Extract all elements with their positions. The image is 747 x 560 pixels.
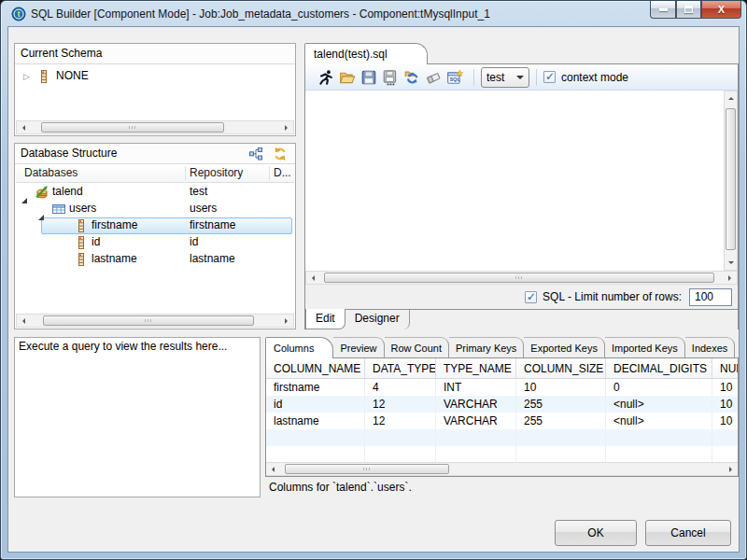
column-header-d[interactable]: D... <box>274 166 291 179</box>
table-header-cell[interactable]: COLUMN_SIZE <box>516 358 606 378</box>
tree-item-repository: id <box>190 235 198 248</box>
tab-columns[interactable]: Columns <box>265 337 333 358</box>
refresh-icon <box>273 147 288 161</box>
clear-query-button[interactable] <box>424 68 443 87</box>
limit-row: SQL - Limit number of rows: <box>305 285 738 309</box>
window-title: SQL Builder [Component Mode] - Job:Job_m… <box>31 7 490 21</box>
tab-indexes[interactable]: Indexes <box>685 337 736 358</box>
table-cell: <null> <box>606 396 712 413</box>
details-hscrollbar[interactable] <box>266 462 738 476</box>
chevron-down-icon <box>516 76 524 83</box>
sql-text-area[interactable] <box>305 91 738 271</box>
table-cell: 10 <box>712 396 739 413</box>
context-mode-label: context mode <box>561 71 628 84</box>
scroll-right-icon[interactable] <box>724 463 738 475</box>
tree-item-label: NONE <box>56 69 89 82</box>
scroll-left-icon[interactable] <box>17 121 31 133</box>
new-sql-editor-button[interactable]: SQL <box>445 68 464 87</box>
table-cell: 10 <box>712 413 739 429</box>
table-cell: 255 <box>516 396 606 413</box>
query-combo[interactable]: test <box>481 67 529 88</box>
editor-hscrollbar[interactable] <box>305 271 738 285</box>
cancel-button[interactable]: Cancel <box>645 520 731 546</box>
results-placeholder: Execute a query to view the results here… <box>15 338 260 355</box>
tab-edit[interactable]: Edit <box>305 309 345 329</box>
tree-row-id[interactable]: idid <box>16 234 294 251</box>
scroll-right-icon[interactable] <box>279 121 293 133</box>
synchronize-button[interactable] <box>402 68 421 87</box>
tab-sql-editor[interactable]: talend(test).sql <box>304 43 428 64</box>
table-cell <box>365 446 436 463</box>
close-button[interactable]: X <box>701 1 741 19</box>
open-icon <box>339 69 356 86</box>
tab-designer[interactable]: Designer <box>345 310 410 329</box>
scroll-left-icon[interactable] <box>306 272 320 284</box>
refresh-button[interactable] <box>273 147 288 161</box>
sql-limit-label: SQL - Limit number of rows: <box>543 290 682 303</box>
tab-primary-keys[interactable]: Primary Keys <box>449 337 524 358</box>
editor-vscrollbar[interactable] <box>724 91 738 271</box>
table-header-cell[interactable]: COLUMN_NAME <box>266 358 365 378</box>
tree-item-repository: users <box>190 202 217 215</box>
talend-logo-icon: t <box>11 7 26 21</box>
tree-row-firstname[interactable]: firstnamefirstname <box>16 217 294 234</box>
table-header-cell[interactable]: DECIMAL_DIGITS <box>606 358 712 378</box>
tab-row-count[interactable]: Row Count <box>385 337 449 358</box>
table-cell: firstname <box>266 379 365 396</box>
tree-row-lastname[interactable]: lastnamelastname <box>16 251 294 268</box>
table-cell: 12 <box>365 413 436 429</box>
table-row[interactable] <box>266 446 738 463</box>
minimize-icon <box>659 8 668 11</box>
table-header-cell[interactable]: DATA_TYPE <box>365 358 436 378</box>
save-as-button[interactable] <box>381 68 400 87</box>
current-schema-hscrollbar[interactable] <box>16 120 294 134</box>
table-cell: 0 <box>606 379 712 396</box>
open-button[interactable] <box>338 68 357 87</box>
save-button[interactable] <box>359 68 378 87</box>
scroll-right-icon[interactable] <box>279 315 293 327</box>
scroll-left-icon[interactable] <box>17 315 31 327</box>
database-structure-title: Database Structure <box>21 147 117 160</box>
table-cell <box>712 446 739 463</box>
tab-preview[interactable]: Preview <box>333 337 384 358</box>
table-row[interactable]: id12VARCHAR255<null>10 <box>266 396 738 413</box>
table-row[interactable] <box>266 429 738 446</box>
scroll-right-icon[interactable] <box>723 272 737 284</box>
column-icon <box>74 235 89 250</box>
table-header-cell[interactable]: NUM <box>712 358 739 378</box>
toolbar-icons: SQL <box>317 68 467 87</box>
tab-imported-keys[interactable]: Imported Keys <box>605 337 685 358</box>
execute-query-button[interactable] <box>317 68 335 87</box>
ok-button[interactable]: OK <box>555 520 637 546</box>
tree-row-users[interactable]: usersusers <box>16 201 294 217</box>
scroll-down-icon[interactable] <box>725 256 737 270</box>
column-icon <box>36 69 51 84</box>
column-header-databases[interactable]: Databases <box>24 166 78 179</box>
tree-item-repository: test <box>190 185 207 198</box>
chevron-right-icon[interactable]: ▷ <box>23 69 30 84</box>
chevron-expanded-icon[interactable] <box>38 202 44 215</box>
scroll-up-icon[interactable] <box>725 91 737 105</box>
table-cell <box>266 429 365 446</box>
scroll-left-icon[interactable] <box>266 463 280 475</box>
table-header-cell[interactable]: TYPE_NAME <box>436 358 516 378</box>
tab-exported-keys[interactable]: Exported Keys <box>524 337 605 358</box>
column-header-repository[interactable]: Repository <box>190 166 243 179</box>
tree-row-none[interactable]: ▷ NONE <box>15 68 295 85</box>
table-cell: id <box>266 396 365 413</box>
table-cell: 10 <box>516 379 606 396</box>
context-mode-checkbox[interactable] <box>543 71 556 83</box>
table-row[interactable]: firstname4INT10010 <box>266 379 738 396</box>
tree-view-button[interactable] <box>248 147 263 161</box>
table-row[interactable]: lastname12VARCHAR255<null>10 <box>266 413 738 429</box>
database-structure-hscrollbar[interactable] <box>16 314 294 328</box>
sql-limit-checkbox[interactable] <box>525 291 537 303</box>
sql-editor-group: SQL test context mode <box>304 63 739 329</box>
sql-limit-input[interactable] <box>689 288 732 306</box>
tree-row-talend[interactable]: talendtest <box>16 184 294 201</box>
chevron-expanded-icon[interactable] <box>21 185 27 198</box>
minimize-button[interactable] <box>650 1 676 19</box>
database-structure-panel: Database Structure Databases Repository … <box>14 143 296 329</box>
maximize-button[interactable] <box>676 1 701 19</box>
table-cell <box>516 446 606 463</box>
